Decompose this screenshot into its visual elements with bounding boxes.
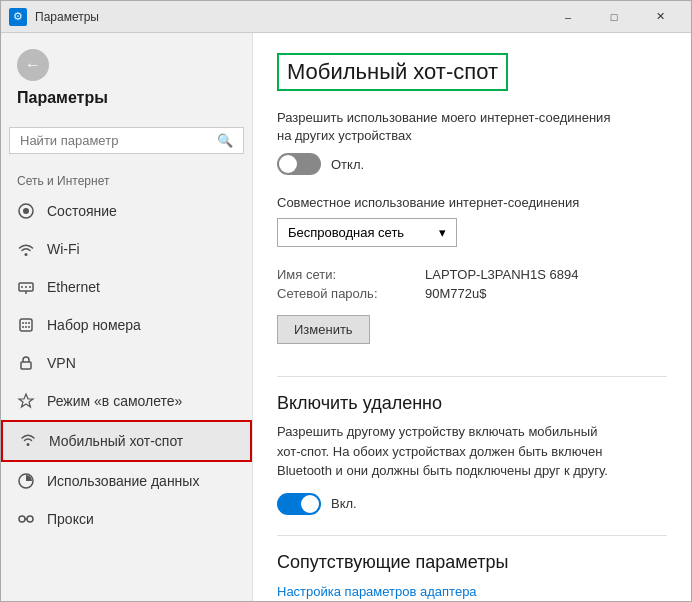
svg-point-10	[28, 322, 30, 324]
adapter-settings-link[interactable]: Настройка параметров адаптера	[277, 584, 477, 599]
password-value: 90M772u$	[425, 286, 667, 301]
remote-section: Включить удаленно Разрешить другому устр…	[277, 393, 667, 515]
sidebar-item-hotspot-label: Мобильный хот-спот	[49, 433, 183, 449]
share-section: Разрешить использование моего интернет-с…	[277, 109, 667, 175]
companion-section: Сопутствующие параметры Настройка параме…	[277, 552, 667, 599]
remote-toggle-knob	[301, 495, 319, 513]
share-toggle[interactable]	[277, 153, 321, 175]
sidebar-item-data-usage[interactable]: Использование данных	[1, 462, 252, 500]
toggle-knob	[279, 155, 297, 173]
app-icon: ⚙	[9, 8, 27, 26]
network-name-label: Имя сети:	[277, 267, 417, 282]
sidebar-item-proxy[interactable]: Прокси	[1, 500, 252, 538]
sidebar-item-data-usage-label: Использование данных	[47, 473, 199, 489]
sidebar-app-title: Параметры	[17, 89, 236, 107]
page-title: Мобильный хот-спот	[277, 53, 508, 91]
search-icon: 🔍	[217, 133, 233, 148]
status-icon	[17, 202, 35, 220]
network-info-grid: Имя сети: LAPTOP-L3PANH1S 6894 Сетевой п…	[277, 267, 667, 301]
sidebar-item-ethernet[interactable]: Ethernet	[1, 268, 252, 306]
sidebar-item-vpn[interactable]: VPN	[1, 344, 252, 382]
back-button[interactable]: ←	[17, 49, 49, 81]
shared-connection-label: Совместное использование интернет-соедин…	[277, 195, 667, 210]
sidebar-item-wifi-label: Wi-Fi	[47, 241, 80, 257]
section-label: Сеть и Интернет	[1, 166, 252, 192]
svg-point-17	[27, 516, 33, 522]
svg-point-9	[25, 322, 27, 324]
dropdown-selected-value: Беспроводная сеть	[288, 225, 404, 240]
svg-point-8	[22, 322, 24, 324]
titlebar-buttons: – □ ✕	[545, 1, 683, 33]
sidebar-item-status-label: Состояние	[47, 203, 117, 219]
sidebar-item-proxy-label: Прокси	[47, 511, 94, 527]
maximize-button[interactable]: □	[591, 1, 637, 33]
hotspot-icon	[19, 432, 37, 450]
dialup-icon	[17, 316, 35, 334]
ethernet-icon	[17, 278, 35, 296]
remote-toggle-label: Вкл.	[331, 496, 357, 511]
divider-1	[277, 376, 667, 377]
sidebar-item-status[interactable]: Состояние	[1, 192, 252, 230]
sidebar-item-dialup-label: Набор номера	[47, 317, 141, 333]
sidebar-item-dialup[interactable]: Набор номера	[1, 306, 252, 344]
sidebar: ← Параметры 🔍 Сеть и Интернет Состояние …	[1, 33, 253, 601]
sidebar-item-vpn-label: VPN	[47, 355, 76, 371]
svg-point-13	[28, 326, 30, 328]
sidebar-item-airplane-label: Режим «в самолете»	[47, 393, 182, 409]
sidebar-header: ← Параметры	[1, 33, 252, 127]
chevron-down-icon: ▾	[439, 225, 446, 240]
main-content: Мобильный хот-спот Разрешить использован…	[253, 33, 691, 601]
svg-point-12	[25, 326, 27, 328]
shared-connection-section: Совместное использование интернет-соедин…	[277, 195, 667, 247]
connection-dropdown[interactable]: Беспроводная сеть ▾	[277, 218, 457, 247]
titlebar: ⚙ Параметры – □ ✕	[1, 1, 691, 33]
remote-toggle-row: Вкл.	[277, 493, 667, 515]
share-description: Разрешить использование моего интернет-с…	[277, 109, 617, 145]
proxy-icon	[17, 510, 35, 528]
wifi-icon	[17, 240, 35, 258]
remote-toggle[interactable]	[277, 493, 321, 515]
divider-2	[277, 535, 667, 536]
change-button[interactable]: Изменить	[277, 315, 370, 344]
titlebar-title: Параметры	[35, 10, 545, 24]
sidebar-item-airplane[interactable]: Режим «в самолете»	[1, 382, 252, 420]
sidebar-item-ethernet-label: Ethernet	[47, 279, 100, 295]
network-name-value: LAPTOP-L3PANH1S 6894	[425, 267, 667, 282]
sidebar-item-hotspot[interactable]: Мобильный хот-спот	[1, 420, 252, 462]
password-label: Сетевой пароль:	[277, 286, 417, 301]
share-toggle-row: Откл.	[277, 153, 667, 175]
sidebar-item-wifi[interactable]: Wi-Fi	[1, 230, 252, 268]
svg-rect-14	[21, 362, 31, 369]
vpn-icon	[17, 354, 35, 372]
content-area: ← Параметры 🔍 Сеть и Интернет Состояние …	[1, 33, 691, 601]
airplane-icon	[17, 392, 35, 410]
svg-point-11	[22, 326, 24, 328]
close-button[interactable]: ✕	[637, 1, 683, 33]
window: ⚙ Параметры – □ ✕ ← Параметры 🔍 Сеть и И…	[0, 0, 692, 602]
svg-point-16	[19, 516, 25, 522]
remote-title: Включить удаленно	[277, 393, 667, 414]
search-box[interactable]: 🔍	[9, 127, 244, 154]
share-toggle-label: Откл.	[331, 157, 364, 172]
svg-rect-7	[20, 319, 32, 331]
minimize-button[interactable]: –	[545, 1, 591, 33]
remote-description: Разрешить другому устройству включать мо…	[277, 422, 617, 481]
companion-title: Сопутствующие параметры	[277, 552, 667, 573]
svg-point-1	[23, 208, 29, 214]
data-usage-icon	[17, 472, 35, 490]
search-input[interactable]	[20, 133, 217, 148]
